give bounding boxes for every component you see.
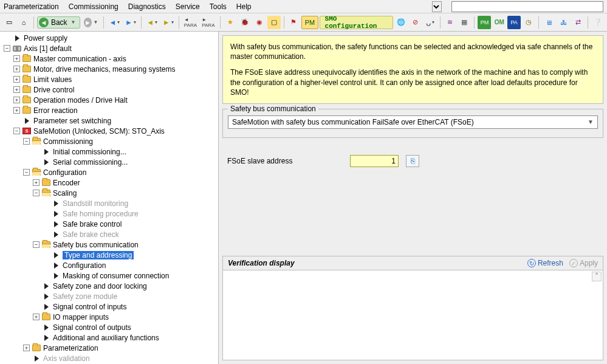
flag-icon[interactable]: ⚑ (287, 16, 300, 29)
forward-button[interactable]: ► ▼ (81, 16, 101, 29)
yellow-left-icon[interactable]: ◄▾ (145, 16, 159, 29)
tree-parameterization[interactable]: +Parameterization (23, 343, 218, 353)
tree-signal-outputs[interactable]: Signal control of outputs (33, 322, 218, 332)
para-prev-icon[interactable]: ◄PARA (182, 16, 199, 29)
tree-safe-brake-ctrl[interactable]: Safe brake control (43, 219, 218, 229)
help-icon[interactable]: ❔ (591, 16, 605, 29)
folder-icon (22, 76, 31, 83)
tree-label: Commissioning (43, 137, 93, 146)
tree-drive-control[interactable]: +Drive control (13, 84, 218, 95)
tree-label: Configuration (43, 168, 86, 177)
item-icon (15, 35, 19, 41)
monitor-icon[interactable]: 🖥 (542, 16, 555, 29)
search-input[interactable] (451, 1, 603, 12)
tree-safemotion[interactable]: −SSafeMotion (Unlocked, SCM): STO_Axis (13, 126, 218, 136)
tree-safe-homing[interactable]: Safe homing procedure (43, 208, 218, 219)
menu-tools[interactable]: Tools (210, 2, 227, 11)
transfer-icon[interactable]: ⇄ (571, 16, 585, 29)
scroll-up-icon[interactable]: ˄ (592, 272, 602, 281)
tree-axis-validation[interactable]: Axis validation (23, 353, 218, 363)
tree-type-addressing[interactable]: Type and addressing (43, 250, 218, 260)
om-mode-icon[interactable]: OM (492, 16, 506, 29)
tree-label: Signal control of outputs (53, 323, 131, 332)
refresh-button[interactable]: ↻ Refresh (527, 259, 563, 267)
menu-diagnostics[interactable]: Diagnostics (128, 2, 166, 11)
apply-button[interactable]: ✓ Apply (569, 259, 598, 267)
cancel-icon[interactable]: ⊘ (409, 16, 422, 29)
tree-label: Safe brake control (63, 220, 122, 228)
tree-scaling[interactable]: −Scaling (33, 188, 218, 198)
item-icon (54, 252, 58, 258)
item-icon (54, 201, 58, 207)
pm-badge-button[interactable]: PM (301, 16, 318, 29)
para-next-icon[interactable]: ►PARA (200, 16, 216, 29)
copy-icon: ⎘ (411, 157, 415, 165)
new-doc-icon[interactable]: ▭ (2, 16, 16, 29)
tree-configuration[interactable]: −Configuration (23, 167, 218, 177)
verification-title: Verification display (228, 259, 295, 267)
oscilloscope-icon[interactable]: ≋ (443, 16, 456, 29)
star-icon[interactable]: ★ (224, 16, 237, 29)
blue-left-icon[interactable]: ◄▾ (107, 16, 122, 29)
tree-io-mapper[interactable]: +IO mapper inputs (33, 312, 218, 322)
tree-label: Drive control (33, 86, 74, 94)
tree-safety-zone[interactable]: Safety zone and door locking (33, 281, 218, 291)
tree-serial-commissioning[interactable]: Serial commissioning... (33, 157, 218, 167)
forward-arrow-icon: ► (84, 18, 92, 27)
home-icon[interactable]: ⌂ (17, 16, 30, 29)
tree-param-switch[interactable]: Parameter set switching (13, 115, 218, 126)
context-dropdown[interactable] (432, 1, 442, 12)
smo-config-button[interactable]: SMO configuration (320, 16, 393, 29)
tree-safety-bus[interactable]: −Safety bus communication (33, 239, 218, 250)
tree-axis[interactable]: − Axis [1] default (4, 43, 218, 53)
back-button[interactable]: ◄ Back ▼ (37, 16, 80, 29)
tree-safety-zone-module[interactable]: Safety zone module (33, 291, 218, 301)
tree-power-supply[interactable]: Power supply (4, 33, 218, 43)
tree-master-comm[interactable]: +Master communication - axis (13, 53, 218, 64)
menu-commissioning[interactable]: Commissioning (69, 2, 118, 11)
tree-motor[interactable]: +Motor, drive mechanics, measuring syste… (13, 64, 218, 74)
copy-to-drive-button[interactable]: ⎘ (406, 155, 419, 167)
item-icon (44, 304, 49, 310)
tree-initial-commissioning[interactable]: Initial commissioning... (33, 146, 218, 157)
safety-bus-dropdown[interactable]: SafeMotion with safety bus communication… (228, 115, 598, 129)
pa-mode-icon[interactable]: PA (507, 16, 521, 29)
gauge-icon[interactable]: ◷ (522, 16, 535, 29)
tree-additional-aux[interactable]: Additional and auxiliary functions (33, 332, 218, 343)
tree-label: SafeMotion (Unlocked, SCM): STO_Axis (33, 127, 165, 136)
tree-error-reaction[interactable]: +Error reaction (13, 105, 218, 115)
pm-mode-icon[interactable]: PM (478, 16, 491, 29)
tree-limit[interactable]: +Limit values (13, 74, 218, 84)
menu-service[interactable]: Service (176, 2, 200, 11)
tree-op-modes[interactable]: +Operation modes / Drive Halt (13, 95, 218, 105)
tree-label: Axis [1] default (24, 44, 72, 53)
tree-label: Additional and auxiliary functions (53, 334, 159, 342)
menu-parameterization[interactable]: Parameterization (4, 2, 59, 11)
menu-help[interactable]: Help (236, 2, 252, 11)
navigation-tree[interactable]: Power supply − Axis [1] default +Master … (0, 32, 219, 364)
item-icon (44, 325, 49, 331)
tree-commissioning[interactable]: −Commissioning (23, 136, 218, 146)
item-icon (44, 335, 49, 341)
globe-icon[interactable]: 🌐 (394, 16, 408, 29)
tree-encoder[interactable]: +Encoder (33, 177, 218, 188)
tree-label: Encoder (53, 179, 80, 187)
world-icon[interactable]: ◉ (253, 16, 266, 29)
info-text-1: With safety bus communication, the safet… (230, 42, 595, 61)
tree-masking[interactable]: Masking of consumer connection (43, 270, 218, 281)
tree-label: Error reaction (33, 106, 78, 115)
yellow-right-icon[interactable]: ►▾ (160, 16, 175, 29)
note-icon[interactable]: ▢ (267, 16, 281, 29)
tree-safe-brake-check[interactable]: Safe brake check (43, 229, 218, 239)
tree-signal-inputs[interactable]: Signal control of inputs (33, 301, 218, 312)
tree-label: Master communication - axis (33, 55, 126, 63)
plug-icon[interactable]: ⍽▾ (424, 16, 437, 29)
network-icon[interactable]: 🖧 (557, 16, 570, 29)
blue-right-icon[interactable]: ►▾ (123, 16, 138, 29)
table-icon[interactable]: ▦ (458, 16, 471, 29)
tree-standstill[interactable]: Standstill monitoring (43, 198, 218, 208)
bug-icon[interactable]: 🐞 (238, 16, 252, 29)
tree-label: Masking of consumer connection (63, 272, 169, 280)
fsoe-address-input[interactable] (350, 155, 399, 167)
tree-sb-configuration[interactable]: Configuration (43, 260, 218, 270)
